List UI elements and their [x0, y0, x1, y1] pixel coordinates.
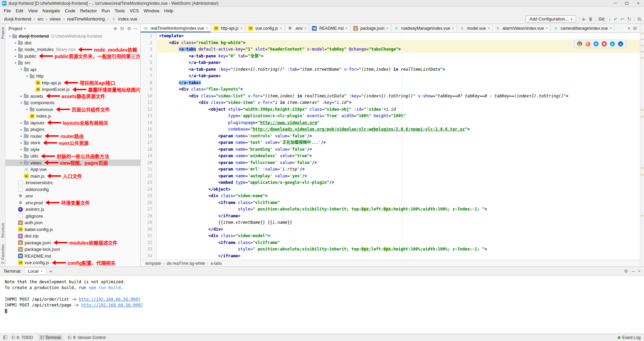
code-line-27[interactable]: 27 style=" position:absolute;visibility:…	[141, 206, 640, 213]
close-tab-icon[interactable]: ×	[304, 26, 306, 31]
menu-help[interactable]: Help	[162, 8, 176, 14]
code-line-28[interactable]: 28 </iframe>	[141, 213, 640, 220]
statusbar-terminal[interactable]: Terminal	[39, 335, 63, 340]
tab-roadwaymanage-index-vue[interactable]: VroadwayManage\index.vue×	[391, 24, 457, 32]
tree-item-app-vue[interactable]: VApp.vue	[5, 166, 140, 173]
close-tab-icon[interactable]: ×	[206, 26, 208, 31]
tree-item-src[interactable]: ▾src	[5, 59, 140, 66]
menu-run[interactable]: Run	[99, 8, 112, 14]
tree-item-utils[interactable]: ▸utils封装的一些公共函数方法	[5, 153, 140, 160]
code-line-15[interactable]: 15 codebase="http://downloads.videolan.o…	[141, 126, 640, 133]
code-line-6[interactable]: 6 <a-tab-pane :key="(index+1).toString()…	[141, 66, 640, 73]
minimize-button[interactable]	[609, 0, 621, 6]
code-line-10[interactable]: 10 <div class="video-list" v-for="(item,…	[141, 93, 640, 100]
tab-cameramanage-index-vue[interactable]: VcameraManage\index.vue×	[551, 24, 615, 32]
code-editor[interactable]: 1<template>2 <div class="realTime bg-whi…	[141, 33, 640, 260]
tab-realtimemonitoring-index-vue[interactable]: VrealTimeMonitoring\index.vue×	[141, 24, 211, 32]
tree-item-env-prod[interactable]: ⚙.env.prod环境变量文件	[5, 200, 140, 206]
tree-item-views[interactable]: ▸viewsview视图、pages页面	[5, 160, 140, 166]
code-line-17[interactable]: 17 <param name='text' value='正在加载视频中...'…	[141, 139, 640, 146]
toolwindow-button-structure[interactable]: Structure	[1, 223, 5, 238]
breadcrumb-src[interactable]: src	[37, 16, 44, 22]
maximize-button[interactable]	[621, 0, 632, 6]
tree-item-router[interactable]: ▸routerrouter路由	[5, 133, 140, 140]
chevron-right-icon[interactable]: ▸	[19, 148, 24, 151]
tree-item-index-js[interactable]: JSindex.js	[5, 113, 140, 120]
menu-edit[interactable]: Edit	[13, 8, 26, 14]
close-tab-icon[interactable]: ×	[41, 269, 43, 274]
code-line-34[interactable]: 34 </iframe>	[141, 253, 640, 260]
code-line-9[interactable]: 9 <div class="flex-layouts">	[141, 86, 640, 93]
terminal-link[interactable]: http://192.168.66.56:9007	[81, 303, 143, 308]
code-line-30[interactable]: 30 </div>	[141, 226, 640, 233]
terminal-output[interactable]: Note that the development build is not o…	[0, 276, 644, 333]
tree-item-http[interactable]: ▾http	[5, 73, 140, 80]
chevron-right-icon[interactable]: ▸	[13, 48, 18, 51]
tree-item-public[interactable]: ▸publicpublic资源文件夹，一般放引用的第三方插件	[5, 53, 140, 60]
close-tab-icon[interactable]: ×	[610, 26, 612, 31]
menu-vcs[interactable]: VCS	[127, 8, 141, 14]
close-tab-icon[interactable]: ×	[487, 26, 490, 31]
code-line-25[interactable]: 25 <div class="video-name">	[141, 193, 640, 200]
chevron-down-icon[interactable]: ▾	[25, 74, 29, 78]
error-stripe[interactable]	[640, 24, 644, 267]
debug-icon[interactable]	[589, 17, 592, 21]
code-line-7[interactable]: 7 </a-tab-pane>	[141, 73, 640, 80]
tree-item-duoji-frontend[interactable]: ▾duoji-frontendD:\zheheWeb\duoji-fronten…	[5, 33, 140, 40]
tree-item-package-json[interactable]: {}package.jsonmodules依赖描述文件	[5, 240, 140, 246]
menu-window[interactable]: Window	[141, 8, 162, 14]
breadcrumb-views[interactable]: views	[49, 16, 62, 22]
git-history-icon[interactable]: ↻	[627, 17, 631, 21]
toolwindow-switcher-icon[interactable]	[3, 336, 7, 339]
breadcrumb-a-tabs[interactable]: a-tabs	[211, 261, 222, 266]
code-line-12[interactable]: 12 <object style="width:390px;height:219…	[141, 106, 640, 113]
tree-item-auth-json[interactable]: {}auth.json	[5, 219, 140, 226]
code-line-11[interactable]: 11 <div class="video-item" v-for="i in i…	[141, 99, 640, 106]
tree-item-common[interactable]: ▸common页面公共组件文件	[5, 106, 140, 113]
breadcrumb-duoji-frontend[interactable]: duoji-frontend	[3, 16, 32, 22]
tree-item-editorconfig[interactable]: .editorconfig	[5, 186, 140, 193]
hide-panel-icon[interactable]: ─	[134, 26, 137, 31]
chevron-right-icon[interactable]: ▸	[19, 121, 24, 124]
ie-browser-icon[interactable]	[610, 41, 615, 46]
chevron-right-icon[interactable]: ▸	[13, 41, 18, 44]
tree-item-layouts[interactable]: ▸layoutslayouts全局布局相关	[5, 120, 140, 126]
edge-browser-icon[interactable]	[618, 41, 623, 46]
tree-item-readme-md[interactable]: MREADME.md	[5, 253, 140, 260]
opera-browser-icon[interactable]	[602, 41, 607, 46]
code-line-3[interactable]: 3 <a-tabs default-active-key="1" slot="h…	[141, 46, 640, 53]
chevron-down-icon[interactable]: ▾	[24, 27, 26, 30]
code-line-26[interactable]: 26 <iframe class="vlcIframe"	[141, 200, 640, 206]
tree-item-plugins[interactable]: ▸plugins	[5, 126, 140, 133]
code-line-18[interactable]: 18 <param name='branding' value='false'/…	[141, 146, 640, 153]
git-update-icon[interactable]: ↓	[609, 17, 611, 21]
code-line-19[interactable]: 19 <param name='windowless' value="true"…	[141, 153, 640, 160]
close-tab-icon[interactable]: ×	[546, 26, 548, 31]
code-line-8[interactable]: 8 </a-tabs>	[141, 80, 640, 86]
new-terminal-button[interactable]: +	[49, 268, 53, 274]
chrome-browser-icon[interactable]	[577, 41, 582, 46]
chevron-right-icon[interactable]: ▸	[19, 161, 24, 164]
tree-item-main-js[interactable]: JSmain.js入口文件	[5, 173, 140, 180]
code-line-21[interactable]: 21 <param name='mrl' :value='i.rtsp'/>	[141, 166, 640, 173]
code-line-24[interactable]: 24 </object>	[141, 186, 640, 193]
code-line-16[interactable]: 16 <param name='controls' value='false'/…	[141, 133, 640, 140]
tree-item-importexcel-js[interactable]: JSimportExcel.js暴露环境变量地址给图片or视频资源路径变量相关	[5, 86, 140, 93]
git-commit-icon[interactable]: ✔	[614, 17, 617, 21]
close-tab-icon[interactable]: ×	[452, 26, 454, 31]
tree-item-api[interactable]: ▾api	[5, 66, 140, 73]
terminal-tab-local[interactable]: Local ×	[25, 268, 46, 275]
code-line-22[interactable]: 22 <param name='autoplay' value='yes'/>	[141, 173, 640, 180]
tree-item-env[interactable]: ⚙.env	[5, 193, 140, 200]
breadcrumb-index-vue[interactable]: Vindex.vue	[111, 16, 138, 22]
git-revert-icon[interactable]: ↩	[620, 17, 624, 21]
minimize-icon[interactable]: ─	[631, 269, 634, 273]
code-line-14[interactable]: 14 pluginspage="http://www.videolan.org"	[141, 120, 640, 126]
tree-item-assets[interactable]: ▸assetsassets静态资源文件	[5, 93, 140, 100]
close-icon[interactable]: ×	[638, 269, 641, 273]
chevron-right-icon[interactable]: ▸	[19, 134, 24, 138]
run-icon[interactable]: ▶	[583, 17, 586, 21]
tab-vue-config-js[interactable]: JSvue.config.js×	[245, 24, 285, 32]
chevron-right-icon[interactable]: ▸	[19, 94, 24, 98]
safari-browser-icon[interactable]	[593, 41, 599, 46]
